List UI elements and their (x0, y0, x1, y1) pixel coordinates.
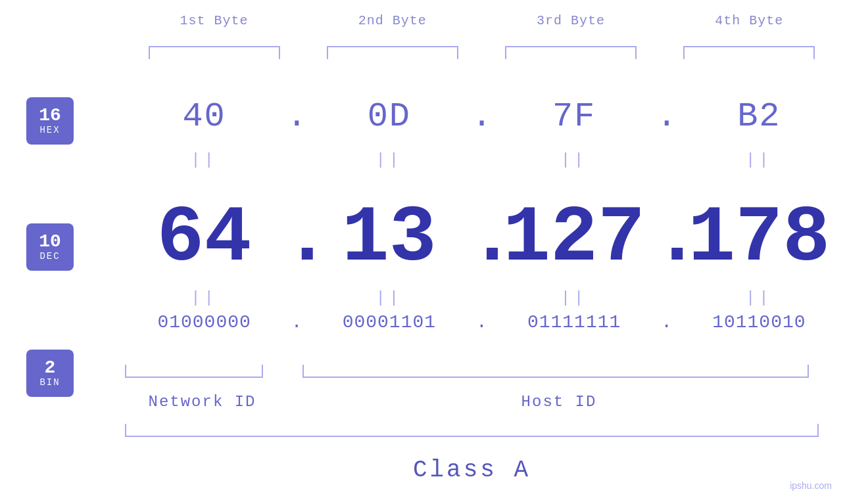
bin-byte-3: 01111111 (495, 312, 654, 332)
equals-row-2: || || || || (125, 289, 838, 307)
equals-3: || (495, 151, 654, 169)
dec-byte-2: 13 (310, 199, 468, 278)
equals-8: || (680, 289, 838, 307)
host-bracket (302, 365, 815, 378)
hex-row: 40 . 0D . 7F . B2 (125, 97, 838, 136)
watermark: ipshu.com (790, 480, 832, 491)
byte-3-header: 3rd Byte (482, 13, 660, 28)
equals-4: || (680, 151, 838, 169)
dec-badge: 10 DEC (26, 223, 74, 271)
dec-dot-2: . (469, 194, 495, 283)
bin-badge: 2 BIN (26, 350, 74, 397)
dec-byte-1: 64 (125, 199, 283, 278)
hex-byte-3: 7F (495, 97, 654, 136)
hex-badge: 16 HEX (26, 97, 74, 145)
byte-4-header: 4th Byte (660, 13, 838, 28)
hex-byte-4: B2 (680, 97, 838, 136)
equals-5: || (125, 289, 283, 307)
hex-byte-1: 40 (125, 97, 283, 136)
network-id-label: Network ID (125, 393, 279, 411)
hex-dot-3: . (654, 97, 680, 136)
bin-byte-1: 01000000 (125, 312, 283, 332)
bin-row: 01000000 . 00001101 . 01111111 . 1011001… (125, 312, 838, 332)
dec-dot-3: . (654, 194, 680, 283)
equals-6: || (310, 289, 468, 307)
equals-1: || (125, 151, 283, 169)
bin-dot-2: . (469, 312, 495, 332)
class-a-label: Class A (125, 457, 819, 484)
bin-byte-4: 10110010 (680, 312, 838, 332)
byte-1-header: 1st Byte (125, 13, 303, 28)
byte-2-header: 2nd Byte (303, 13, 481, 28)
bin-byte-2: 00001101 (310, 312, 468, 332)
equals-2: || (310, 151, 468, 169)
host-id-label: Host ID (302, 393, 815, 411)
equals-row-1: || || || || (125, 151, 838, 169)
hex-dot-1: . (283, 97, 310, 136)
bin-dot-3: . (654, 312, 680, 332)
dec-dot-1: . (283, 194, 310, 283)
dec-row: 64 . 13 . 127 . 178 (125, 194, 838, 283)
hex-byte-2: 0D (310, 97, 468, 136)
network-bracket (125, 365, 279, 378)
dec-byte-3: 127 (495, 199, 654, 278)
hex-dot-2: . (469, 97, 495, 136)
equals-7: || (495, 289, 654, 307)
bin-dot-1: . (283, 312, 310, 332)
class-a-bracket (125, 424, 819, 437)
dec-byte-4: 178 (680, 199, 838, 278)
